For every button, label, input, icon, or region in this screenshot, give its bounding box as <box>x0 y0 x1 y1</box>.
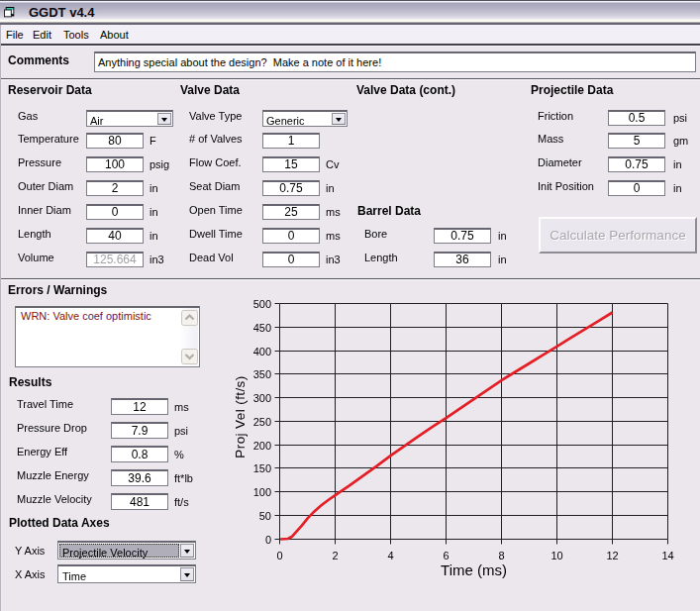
svg-text:500: 500 <box>253 298 271 310</box>
svg-text:Proj Vel (ft/s): Proj Vel (ft/s) <box>233 375 248 458</box>
svg-text:50: 50 <box>259 510 271 522</box>
svg-text:0: 0 <box>265 534 271 546</box>
svg-text:12: 12 <box>606 550 618 561</box>
svg-text:6: 6 <box>443 550 449 561</box>
svg-text:0: 0 <box>276 550 282 561</box>
svg-text:Time (ms): Time (ms) <box>441 561 507 578</box>
svg-text:2: 2 <box>332 550 338 561</box>
svg-text:10: 10 <box>550 550 562 561</box>
svg-text:250: 250 <box>253 416 271 428</box>
svg-text:14: 14 <box>661 550 673 561</box>
svg-text:450: 450 <box>253 322 271 334</box>
svg-text:150: 150 <box>253 462 271 474</box>
svg-text:8: 8 <box>498 550 504 561</box>
svg-text:400: 400 <box>253 346 271 357</box>
svg-text:350: 350 <box>253 368 271 380</box>
svg-text:300: 300 <box>253 392 271 404</box>
svg-text:200: 200 <box>253 440 271 452</box>
svg-text:100: 100 <box>253 486 271 498</box>
svg-text:4: 4 <box>387 550 393 561</box>
